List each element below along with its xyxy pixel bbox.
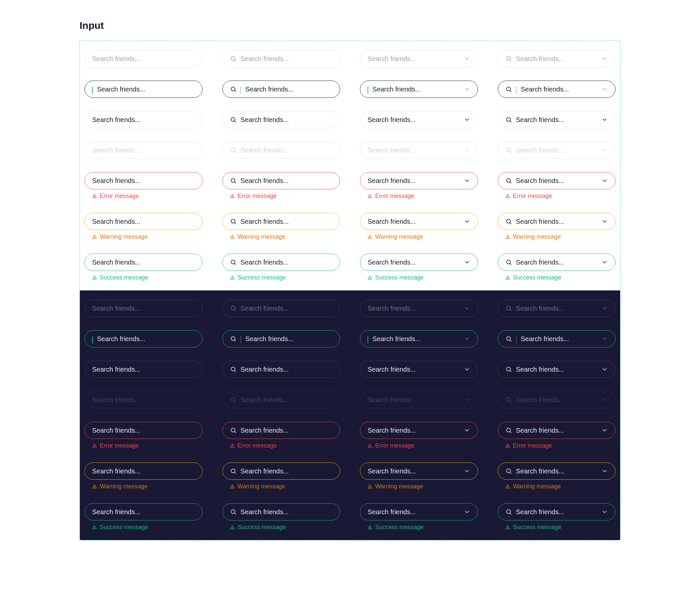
input-text[interactable]: Search friends...: [372, 335, 460, 342]
input-text[interactable]: Search friends...: [92, 468, 195, 474]
chevron-down-icon[interactable]: [464, 468, 470, 474]
input-text[interactable]: Search friends...: [92, 116, 195, 123]
input-text[interactable]: Search friends...: [241, 116, 333, 123]
input-text[interactable]: Search friends...: [368, 55, 460, 62]
input-text[interactable]: Search friends...: [516, 366, 598, 372]
input-text[interactable]: Search friends...: [516, 305, 598, 312]
search-input[interactable]: Search friends...: [85, 422, 203, 439]
search-input[interactable]: Search friends...: [222, 111, 340, 128]
search-input[interactable]: Search friends...: [222, 330, 340, 347]
search-input[interactable]: Search friends...: [85, 503, 203, 521]
chevron-down-icon[interactable]: [601, 116, 608, 123]
search-input[interactable]: Search friends...: [222, 361, 340, 378]
search-input[interactable]: Search friends...: [498, 463, 616, 480]
search-input[interactable]: Search friends...: [85, 213, 203, 230]
input-text[interactable]: Search friends...: [92, 218, 195, 225]
input-text[interactable]: Search friends...: [516, 468, 598, 474]
search-input[interactable]: Search friends...: [360, 361, 478, 378]
search-input[interactable]: Search friends...: [85, 50, 203, 67]
chevron-down-icon[interactable]: [464, 116, 470, 123]
search-input[interactable]: Search friends...: [360, 254, 478, 271]
search-input[interactable]: Search friends...: [360, 172, 478, 189]
chevron-down-icon[interactable]: [464, 86, 470, 92]
input-text[interactable]: Search friends...: [241, 218, 333, 225]
search-input[interactable]: Search friends...: [360, 300, 478, 317]
chevron-down-icon[interactable]: [601, 335, 608, 342]
search-input[interactable]: Search friends...: [85, 111, 203, 128]
input-text[interactable]: Search friends...: [516, 218, 598, 225]
input-text[interactable]: Search friends...: [241, 397, 333, 403]
input-text[interactable]: Search friends...: [92, 397, 195, 403]
chevron-down-icon[interactable]: [601, 508, 608, 515]
chevron-down-icon[interactable]: [601, 259, 608, 265]
chevron-down-icon[interactable]: [601, 55, 608, 62]
chevron-down-icon[interactable]: [601, 397, 608, 403]
input-text[interactable]: Search friends...: [241, 177, 333, 184]
search-input[interactable]: Search friends...: [360, 330, 478, 347]
chevron-down-icon[interactable]: [464, 427, 470, 434]
input-text[interactable]: Search friends...: [368, 259, 460, 265]
chevron-down-icon[interactable]: [464, 397, 470, 403]
search-input[interactable]: Search friends...: [498, 81, 616, 98]
search-input[interactable]: Search friends...: [222, 50, 340, 67]
search-input[interactable]: Search friends...: [498, 422, 616, 439]
input-text[interactable]: Search friends...: [368, 305, 460, 312]
input-text[interactable]: Search friends...: [92, 259, 195, 265]
chevron-down-icon[interactable]: [601, 468, 608, 474]
search-input[interactable]: Search friends...: [360, 213, 478, 230]
input-text[interactable]: Search friends...: [516, 147, 598, 154]
input-text[interactable]: Search friends...: [241, 508, 333, 515]
search-input[interactable]: Search friends...: [222, 300, 340, 317]
input-text[interactable]: Search friends...: [516, 116, 598, 123]
chevron-down-icon[interactable]: [464, 305, 470, 312]
input-text[interactable]: Search friends...: [92, 305, 195, 312]
chevron-down-icon[interactable]: [464, 335, 470, 342]
search-input[interactable]: Search friends...: [222, 81, 340, 98]
input-text[interactable]: Search friends...: [521, 86, 597, 92]
input-text[interactable]: Search friends...: [368, 116, 460, 123]
input-text[interactable]: Search friends...: [368, 147, 460, 154]
search-input[interactable]: Search friends...: [498, 330, 616, 347]
input-text[interactable]: Search friends...: [368, 366, 460, 372]
input-text[interactable]: Search friends...: [516, 508, 598, 515]
input-text[interactable]: Search friends...: [368, 468, 460, 474]
input-text[interactable]: Search friends...: [368, 427, 460, 434]
input-text[interactable]: Search friends...: [516, 259, 598, 265]
input-text[interactable]: Search friends...: [245, 335, 332, 342]
input-text[interactable]: Search friends...: [521, 335, 597, 342]
search-input[interactable]: Search friends...: [222, 254, 340, 271]
search-input[interactable]: Search friends...: [498, 503, 616, 521]
input-text[interactable]: Search friends...: [92, 366, 195, 372]
chevron-down-icon[interactable]: [601, 86, 608, 92]
search-input[interactable]: Search friends...: [85, 81, 203, 98]
search-input[interactable]: Search friends...: [498, 213, 616, 230]
search-input[interactable]: Search friends...: [222, 172, 340, 189]
input-text[interactable]: Search friends...: [97, 335, 195, 342]
chevron-down-icon[interactable]: [601, 218, 608, 225]
search-input[interactable]: Search friends...: [85, 330, 203, 347]
search-input[interactable]: Search friends...: [498, 361, 616, 378]
search-input[interactable]: Search friends...: [85, 463, 203, 480]
search-input[interactable]: Search friends...: [498, 111, 616, 128]
search-input[interactable]: Search friends...: [222, 503, 340, 521]
search-input[interactable]: Search friends...: [360, 503, 478, 521]
chevron-down-icon[interactable]: [464, 147, 470, 154]
search-input[interactable]: Search friends...: [498, 50, 616, 67]
search-input[interactable]: Search friends...: [360, 50, 478, 67]
chevron-down-icon[interactable]: [464, 55, 470, 62]
input-text[interactable]: Search friends...: [241, 427, 333, 434]
input-text[interactable]: Search friends...: [241, 366, 333, 372]
chevron-down-icon[interactable]: [464, 177, 470, 184]
chevron-down-icon[interactable]: [464, 259, 470, 265]
input-text[interactable]: Search friends...: [368, 218, 460, 225]
chevron-down-icon[interactable]: [601, 147, 608, 154]
input-text[interactable]: Search friends...: [92, 427, 195, 434]
input-text[interactable]: Search friends...: [92, 55, 195, 62]
search-input[interactable]: Search friends...: [360, 422, 478, 439]
input-text[interactable]: Search friends...: [516, 55, 598, 62]
chevron-down-icon[interactable]: [601, 177, 608, 184]
input-text[interactable]: Search friends...: [92, 147, 195, 154]
chevron-down-icon[interactable]: [464, 508, 470, 515]
input-text[interactable]: Search friends...: [372, 86, 460, 92]
input-text[interactable]: Search friends...: [245, 86, 332, 92]
